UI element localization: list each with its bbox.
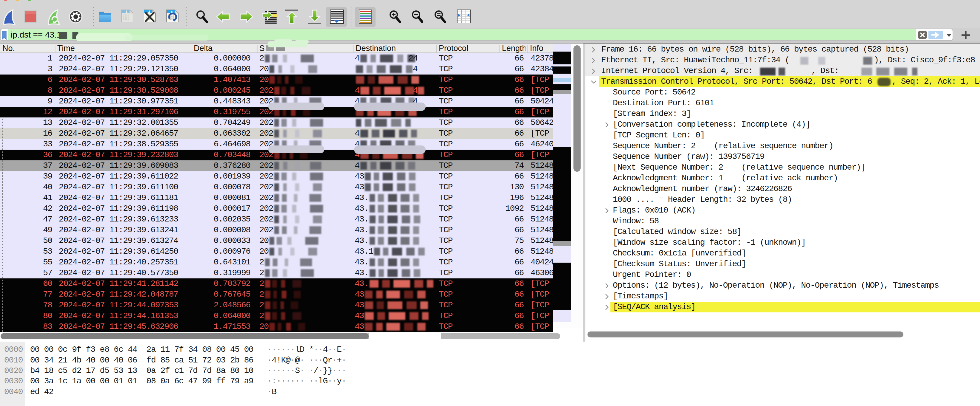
svg-text:0101: 0101 <box>123 18 129 20</box>
